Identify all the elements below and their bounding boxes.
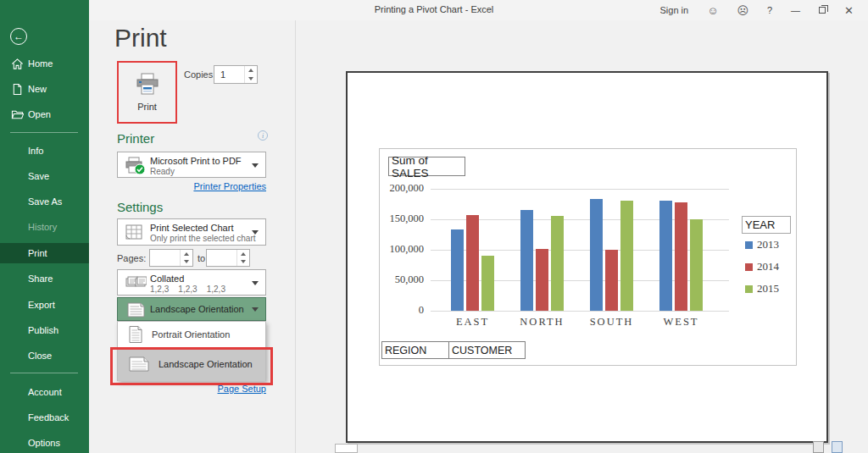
print-preview-page: Sum of SALES YEAR REGION CUSTOMER 200,00… (346, 71, 828, 443)
bar-2015-SOUTH (620, 201, 633, 311)
smiley-feedback-icon[interactable]: ☺ (698, 0, 727, 20)
copies-label: Copies: (184, 69, 215, 80)
panel-divider (295, 20, 296, 453)
sidebar-item-print[interactable]: Print (0, 243, 89, 263)
legend-title-button[interactable]: YEAR (742, 216, 791, 234)
sidebar-item-export[interactable]: Export (0, 295, 89, 315)
sidebar-item-close[interactable]: Close (0, 345, 89, 366)
legend-label: 2014 (757, 260, 779, 273)
info-icon[interactable]: i (258, 130, 268, 141)
chart-title-button[interactable]: Sum of SALES (388, 157, 465, 176)
legend-item-2015: 2015 (745, 283, 779, 295)
menu-item-label: Portrait Orientation (152, 329, 230, 340)
customer-field-button[interactable]: CUSTOMER (449, 341, 526, 359)
portrait-page-icon (128, 325, 143, 344)
page-title: Print (114, 24, 167, 52)
home-icon (11, 58, 24, 70)
bar-2014-SOUTH (605, 250, 618, 311)
spreadsheet-grid-icon (125, 223, 145, 243)
bar-2015-NORTH (551, 216, 564, 311)
printer-status-icon (125, 156, 147, 176)
zoom-to-page-icon[interactable] (832, 441, 843, 453)
sidebar-item-save[interactable]: Save (0, 166, 89, 186)
spin-down-icon[interactable] (248, 77, 253, 80)
bar-2014-WEST (675, 202, 687, 311)
sidebar-item-feedback[interactable]: Feedback (0, 407, 89, 428)
sign-in-button[interactable]: Sign in (650, 0, 698, 20)
printer-section-heading: Printer (117, 131, 154, 146)
pages-to-stepper[interactable] (206, 249, 250, 267)
x-category-label: EAST (435, 316, 511, 329)
sidebar-item-new[interactable]: New (0, 79, 89, 99)
pages-from-stepper[interactable] (149, 249, 193, 267)
print-what-label: Print Selected Chart (150, 223, 233, 233)
restore-icon[interactable] (810, 0, 835, 20)
legend-label: 2013 (757, 238, 779, 251)
chevron-down-icon (252, 230, 259, 235)
sidebar-divider (10, 132, 78, 133)
spin-down-icon[interactable] (184, 260, 189, 263)
copies-stepper[interactable]: 1 (214, 65, 258, 84)
spin-up-icon[interactable] (241, 252, 246, 256)
sidebar-item-save-as[interactable]: Save As (0, 191, 89, 212)
sidebar-item-history[interactable]: History (0, 217, 89, 237)
legend-swatch (745, 241, 753, 249)
menu-item-portrait-orientation[interactable]: Portrait Orientation (118, 322, 265, 347)
spin-up-icon[interactable] (248, 69, 253, 72)
show-margins-icon[interactable] (813, 441, 824, 453)
bar-2013-WEST (659, 201, 672, 311)
sidebar-item-share[interactable]: Share (0, 268, 89, 289)
back-arrow-button[interactable]: ← (10, 28, 27, 45)
sidebar-item-account[interactable]: Account (0, 382, 89, 402)
bar-2013-EAST (451, 229, 464, 311)
bar-2014-NORTH (536, 249, 548, 311)
print-what-dropdown[interactable]: Print Selected Chart Only print the sele… (117, 218, 266, 246)
printer-dropdown[interactable]: Microsoft Print to PDF Ready (117, 152, 266, 178)
settings-section-heading: Settings (117, 200, 163, 214)
y-tick-label: 200,000 (381, 182, 424, 195)
pivot-chart: Sum of SALES YEAR REGION CUSTOMER 200,00… (379, 148, 797, 366)
chevron-down-icon (252, 163, 259, 168)
sidebar-item-info[interactable]: Info (0, 141, 89, 161)
help-icon[interactable]: ? (758, 0, 782, 20)
chevron-down-icon (252, 281, 259, 285)
page-setup-link[interactable]: Page Setup (159, 384, 266, 394)
y-tick-label: 50,000 (381, 273, 424, 286)
bar-2014-EAST (466, 215, 479, 311)
printer-name: Microsoft Print to PDF (150, 156, 242, 166)
sidebar-item-open[interactable]: Open (0, 104, 89, 124)
pages-label: Pages: (117, 253, 146, 263)
page-number-box[interactable] (335, 444, 358, 453)
y-tick-label: 0 (381, 304, 424, 317)
bar-2013-SOUTH (590, 199, 603, 311)
minimize-icon[interactable]: — (782, 0, 810, 20)
region-field-button[interactable]: REGION (381, 341, 449, 359)
print-button[interactable]: Print (120, 64, 174, 120)
collation-dropdown[interactable]: Collated 1,2,3 1,2,3 1,2,3 (117, 269, 266, 296)
orientation-dropdown[interactable]: Landscape Orientation (117, 297, 266, 321)
open-folder-icon (11, 108, 24, 121)
sidebar-item-publish[interactable]: Publish (0, 320, 89, 340)
collation-label: Collated (150, 273, 184, 284)
collate-icon (125, 273, 147, 292)
gridline (431, 311, 729, 312)
legend-swatch (745, 285, 753, 293)
legend-item-2013: 2013 (745, 239, 779, 251)
bar-2015-WEST (690, 219, 703, 311)
sidebar-item-home[interactable]: Home (0, 53, 89, 74)
pages-to-label: to (198, 253, 205, 263)
printer-properties-link[interactable]: Printer Properties (159, 181, 266, 191)
sidebar-item-options[interactable]: Options (0, 433, 89, 453)
spin-up-icon[interactable] (184, 252, 189, 256)
close-icon[interactable]: ✕ (835, 0, 863, 20)
legend-label: 2015 (757, 282, 779, 296)
print-what-sublabel: Only print the selected chart (150, 234, 256, 243)
bar-2013-NORTH (520, 210, 533, 311)
spin-down-icon[interactable] (241, 260, 246, 263)
x-category-label: NORTH (504, 316, 581, 329)
bar-2015-EAST (481, 256, 494, 311)
frowny-feedback-icon[interactable]: ☹ (727, 0, 758, 20)
landscape-page-icon (126, 301, 147, 318)
title-bar: Printing a Pivot Chart - Excel Sign in ☺… (0, 0, 868, 20)
sidebar-divider (10, 373, 78, 373)
